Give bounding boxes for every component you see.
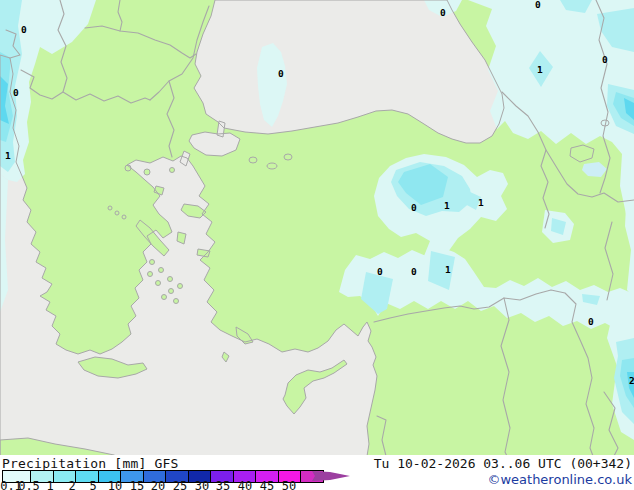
precip-value-label: 1 [478, 197, 484, 208]
precip-value-label: 1 [537, 64, 543, 75]
precip-value-label: 1 [445, 264, 451, 275]
precip-value-label: 0 [377, 266, 383, 277]
precip-value-label: 0 [602, 54, 608, 65]
colorbar-tick-label: 50 [282, 481, 296, 490]
precip-value-label: 0 [13, 87, 19, 98]
copyright-label: ©weatheronline.co.uk [487, 472, 632, 487]
precip-value-label: 1 [444, 200, 450, 211]
precipitation-map: 0010001001100102 [0, 0, 634, 456]
legend-bar: Precipitation [mm] GFS Tu 10-02-2026 03.… [0, 455, 634, 490]
colorbar-ticks: 0.10.5125101520253035404550 [0, 481, 360, 490]
precip-value-label: 0 [411, 266, 417, 277]
colorbar-tick-label: 15 [130, 481, 144, 490]
precip-value-label: 0 [588, 316, 594, 327]
precip-value-label: 0 [440, 7, 446, 18]
legend-title: Precipitation [mm] GFS [2, 456, 179, 471]
colorbar-tick-label: 1 [46, 481, 53, 490]
colorbar-tick-label: 5 [89, 481, 96, 490]
colorbar-tick-label: 25 [173, 481, 187, 490]
datetime-label: Tu 10-02-2026 03..06 UTC (00+342) [374, 456, 632, 471]
colorbar-tick-label: 30 [195, 481, 209, 490]
colorbar-tick-label: 40 [238, 481, 252, 490]
colorbar-tick-label: 45 [260, 481, 274, 490]
colorbar-tick-label: 10 [108, 481, 122, 490]
precip-value-label: 0 [278, 68, 284, 79]
colorbar-tick-label: 2 [68, 481, 75, 490]
precip-value-label: 0 [535, 0, 541, 10]
precip-value-label: 0 [21, 24, 27, 35]
colorbar-tick-label: 35 [216, 481, 230, 490]
precip-value-label: 2 [629, 375, 634, 386]
precip-value-label: 0 [411, 202, 417, 213]
colorbar-tick-label: 0.5 [18, 481, 40, 490]
colorbar-tick-label: 20 [151, 481, 165, 490]
precip-value-label: 1 [5, 150, 11, 161]
weather-map-page: { "legend": { "title": "Precipitation [m… [0, 0, 634, 490]
